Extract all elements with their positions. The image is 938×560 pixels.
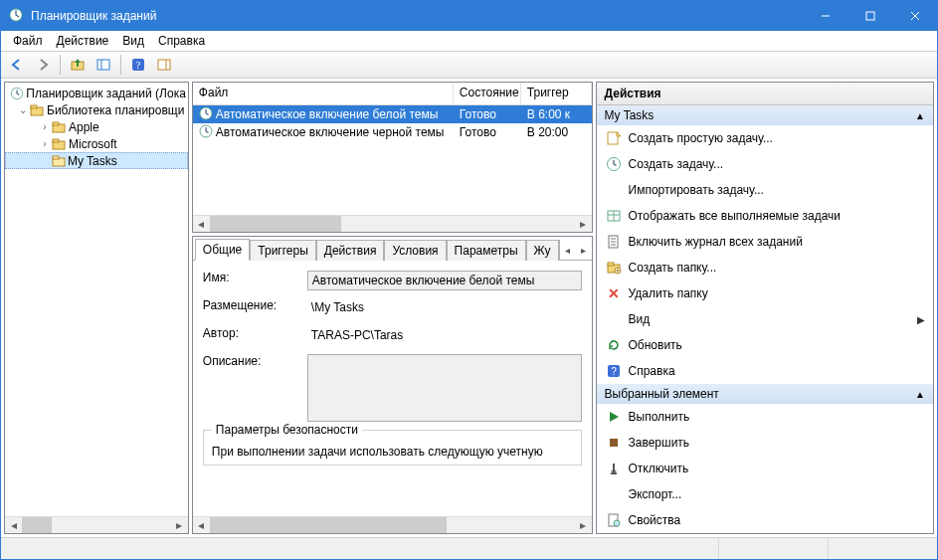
action-item[interactable]: Завершить bbox=[597, 430, 933, 456]
action-item[interactable]: Создать задачу... bbox=[597, 151, 933, 177]
scroll-track[interactable] bbox=[210, 216, 575, 232]
folder-icon bbox=[51, 119, 67, 135]
description-field[interactable] bbox=[307, 354, 582, 422]
minimize-button[interactable] bbox=[803, 1, 847, 31]
menu-file[interactable]: Файл bbox=[7, 33, 49, 49]
menu-help[interactable]: Справка bbox=[152, 33, 211, 49]
action-item[interactable]: Вид▶ bbox=[597, 306, 933, 332]
task-icon bbox=[199, 106, 213, 123]
action-label: Экспорт... bbox=[629, 487, 682, 501]
action-item[interactable]: Обновить bbox=[597, 332, 933, 358]
action-label: Удалить папку bbox=[629, 286, 708, 300]
help-button[interactable]: ? bbox=[126, 54, 150, 76]
scroll-track[interactable] bbox=[22, 517, 171, 533]
action-label: Вид bbox=[629, 312, 651, 326]
menu-view[interactable]: Вид bbox=[116, 33, 150, 49]
clock-icon bbox=[605, 156, 623, 172]
folder-icon bbox=[51, 136, 67, 152]
extra-panels-button[interactable] bbox=[152, 54, 176, 76]
none-icon bbox=[605, 182, 623, 198]
task-list: Файл Состояние Триггер Автоматическое вк… bbox=[192, 82, 593, 233]
collapse-icon[interactable]: ⌄ bbox=[17, 104, 29, 115]
security-group-title: Параметры безопасности bbox=[212, 423, 362, 437]
tree-pane: Планировщик заданий (Лока ⌄ Библиотека п… bbox=[4, 82, 189, 534]
tab-journal[interactable]: Жу bbox=[526, 240, 559, 261]
action-item[interactable]: Включить журнал всех заданий bbox=[597, 229, 933, 255]
svg-rect-37 bbox=[610, 439, 618, 447]
scroll-right-icon[interactable]: ▸ bbox=[575, 517, 592, 534]
action-item[interactable]: Создать папку... bbox=[597, 255, 933, 280]
collapse-icon[interactable]: ▲ bbox=[915, 389, 925, 400]
scroll-track[interactable] bbox=[210, 517, 575, 533]
col-trigger[interactable]: Триггер bbox=[521, 83, 592, 104]
tree-root[interactable]: Планировщик заданий (Лока bbox=[5, 85, 188, 101]
tree-item-mytasks[interactable]: My Tasks bbox=[5, 152, 188, 169]
scroll-right-icon[interactable]: ▸ bbox=[171, 517, 188, 534]
collapse-icon[interactable]: ▲ bbox=[915, 110, 925, 121]
action-item[interactable]: Экспорт... bbox=[597, 481, 933, 507]
close-button[interactable] bbox=[892, 1, 937, 31]
scroll-thumb[interactable] bbox=[210, 216, 341, 232]
tree-hscroll[interactable]: ◂ ▸ bbox=[5, 516, 188, 533]
scroll-thumb[interactable] bbox=[210, 517, 447, 533]
col-state[interactable]: Состояние bbox=[454, 83, 521, 104]
actions-section-mytasks[interactable]: My Tasks ▲ bbox=[597, 105, 933, 125]
status-cell bbox=[718, 538, 828, 559]
menu-action[interactable]: Действие bbox=[51, 33, 115, 49]
action-item[interactable]: ?Справка bbox=[597, 358, 933, 384]
tab-conditions[interactable]: Условия bbox=[384, 240, 446, 261]
window-title: Планировщик заданий bbox=[31, 9, 803, 23]
action-item[interactable]: ✕Удалить папку bbox=[597, 280, 933, 306]
tasklist-hscroll[interactable]: ◂ ▸ bbox=[193, 215, 592, 232]
tree-library-label: Библиотека планировщи bbox=[47, 103, 184, 117]
tab-general[interactable]: Общие bbox=[195, 239, 250, 261]
action-item[interactable]: Импортировать задачу... bbox=[597, 177, 933, 203]
tree: Планировщик заданий (Лока ⌄ Библиотека п… bbox=[5, 83, 188, 516]
action-item[interactable]: Создать простую задачу... bbox=[597, 125, 933, 151]
tree-library[interactable]: ⌄ Библиотека планировщи bbox=[5, 101, 188, 118]
scroll-right-icon[interactable]: ▸ bbox=[575, 216, 592, 233]
task-state: Готово bbox=[460, 125, 496, 139]
expand-icon[interactable]: › bbox=[39, 121, 51, 132]
author-value: TARAS-PC\Taras bbox=[307, 326, 582, 346]
details-hscroll[interactable]: ◂ ▸ bbox=[193, 516, 592, 533]
stop-icon bbox=[605, 435, 623, 451]
task-row[interactable]: Автоматическое включение белой темы Гото… bbox=[193, 105, 592, 123]
toolbar-separator bbox=[60, 55, 61, 75]
panels-button[interactable] bbox=[92, 54, 115, 76]
svg-rect-33 bbox=[608, 263, 614, 266]
name-field[interactable]: Автоматическое включение белой темы bbox=[307, 271, 582, 290]
forward-button[interactable] bbox=[31, 54, 55, 76]
location-value: \My Tasks bbox=[307, 298, 582, 318]
tree-item-microsoft[interactable]: › Microsoft bbox=[5, 135, 188, 152]
scroll-left-icon[interactable]: ◂ bbox=[193, 517, 210, 534]
tree-item-apple[interactable]: › Apple bbox=[5, 118, 188, 135]
maximize-button[interactable] bbox=[847, 1, 892, 31]
tab-settings[interactable]: Параметры bbox=[447, 240, 526, 261]
tab-scroll-right[interactable]: ▸ bbox=[576, 240, 592, 260]
action-item[interactable]: Выполнить bbox=[597, 404, 933, 430]
svg-rect-2 bbox=[866, 12, 874, 20]
status-cell bbox=[828, 538, 937, 559]
task-row[interactable]: Автоматическое включение черной темы Гот… bbox=[193, 123, 592, 141]
action-item[interactable]: Отключить bbox=[597, 456, 933, 481]
back-button[interactable] bbox=[5, 54, 29, 76]
scroll-left-icon[interactable]: ◂ bbox=[5, 517, 22, 534]
col-file[interactable]: Файл bbox=[193, 83, 454, 104]
task-trigger: В 6:00 к bbox=[527, 107, 570, 121]
action-item[interactable]: Отображать все выполняемые задачи bbox=[597, 203, 933, 229]
scroll-thumb[interactable] bbox=[22, 517, 52, 533]
section-label: Выбранный элемент bbox=[605, 387, 719, 401]
window-controls bbox=[803, 1, 937, 31]
helpq-icon: ? bbox=[605, 363, 623, 379]
tab-actions[interactable]: Действия bbox=[316, 240, 385, 261]
expand-icon[interactable]: › bbox=[39, 138, 51, 149]
tab-triggers[interactable]: Триггеры bbox=[250, 240, 316, 261]
up-folder-button[interactable] bbox=[66, 54, 90, 76]
scroll-left-icon[interactable]: ◂ bbox=[193, 216, 210, 233]
actions-section-selected[interactable]: Выбранный элемент ▲ bbox=[597, 384, 933, 404]
newfolder-icon bbox=[605, 260, 623, 276]
task-trigger: В 20:00 bbox=[527, 125, 568, 139]
action-item[interactable]: Свойства bbox=[597, 507, 933, 533]
tab-scroll-left[interactable]: ◂ bbox=[560, 240, 576, 260]
